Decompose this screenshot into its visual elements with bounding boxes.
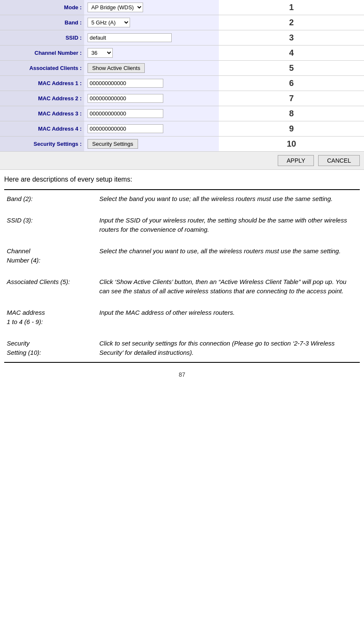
desc-def-band: Select the band you want to use; all the… [97, 190, 360, 208]
desc-intro: Here are descriptions of every setup ite… [4, 176, 360, 183]
ssid-label: SSID : [0, 30, 84, 46]
settings-table: Mode : AP Bridge (WDS) AP Client WDS 1 B… [0, 0, 364, 170]
mac4-label: MAC Address 4 : [0, 121, 84, 137]
desc-term-ssid: SSID (3): [4, 208, 97, 239]
table-row: Security Settings : Security Settings 10 [0, 137, 364, 152]
mac3-input[interactable] [88, 109, 163, 118]
desc-row-associated: Associated Clients (5): Click ‘Show Acti… [4, 270, 360, 300]
mac3-input-cell [84, 106, 219, 121]
desc-table: Band (2): Select the band you want to us… [4, 189, 360, 363]
row-num-2: 2 [219, 15, 364, 30]
row-num-10: 10 [219, 137, 364, 152]
security-settings-label: Security Settings : [0, 137, 84, 152]
row-num-3: 3 [219, 30, 364, 46]
desc-term-security: SecuritySetting (10): [4, 331, 97, 362]
mac1-input[interactable] [88, 79, 163, 88]
table-row: Associated Clients : Show Active Clients… [0, 61, 364, 76]
table-row: SSID : 3 [0, 30, 364, 46]
row-num-1: 1 [219, 0, 364, 15]
mac1-label: MAC Address 1 : [0, 76, 84, 91]
security-settings-button[interactable]: Security Settings [88, 139, 138, 149]
desc-row-channel: ChannelNumber (4): Select the channel yo… [4, 239, 360, 270]
desc-def-associated: Click ‘Show Active Clients’ button, then… [97, 270, 360, 300]
ssid-input-cell [84, 30, 219, 46]
desc-def-ssid: Input the SSID of your wireless router, … [97, 208, 360, 239]
desc-term-mac: MAC address1 to 4 (6 - 9): [4, 300, 97, 331]
desc-def-channel: Select the channel you want to use, all … [97, 239, 360, 270]
channel-select[interactable]: 36 40 44 48 [88, 48, 113, 58]
mac2-input[interactable] [88, 94, 163, 103]
row-num-6: 6 [219, 76, 364, 91]
mac2-input-cell [84, 91, 219, 106]
desc-term-band: Band (2): [4, 190, 97, 208]
desc-row-security: SecuritySetting (10): Click to set secur… [4, 331, 360, 362]
apply-button[interactable]: APPLY [278, 155, 314, 166]
associated-clients-label: Associated Clients : [0, 61, 84, 76]
mode-label: Mode : [0, 0, 84, 15]
table-row: MAC Address 3 : 8 [0, 106, 364, 121]
band-label: Band : [0, 15, 84, 30]
cancel-button[interactable]: CANCEL [318, 155, 360, 166]
table-row: Channel Number : 36 40 44 48 4 [0, 46, 364, 61]
table-row: MAC Address 2 : 7 [0, 91, 364, 106]
description-section: Here are descriptions of every setup ite… [0, 170, 364, 363]
row-num-8: 8 [219, 106, 364, 121]
associated-clients-cell: Show Active Clients [84, 61, 219, 76]
row-num-4: 4 [219, 46, 364, 61]
band-input-cell: 5 GHz (A) 2.4 GHz (B) 2.4 GHz (G) [84, 15, 219, 30]
desc-row-band: Band (2): Select the band you want to us… [4, 190, 360, 208]
desc-def-security: Click to set security settings for this … [97, 331, 360, 362]
row-num-5: 5 [219, 61, 364, 76]
page-number: 87 [0, 371, 364, 378]
channel-label: Channel Number : [0, 46, 84, 61]
desc-row-ssid: SSID (3): Input the SSID of your wireles… [4, 208, 360, 239]
mac4-input-cell [84, 121, 219, 137]
mac3-label: MAC Address 3 : [0, 106, 84, 121]
mac4-input[interactable] [88, 124, 163, 133]
band-select[interactable]: 5 GHz (A) 2.4 GHz (B) 2.4 GHz (G) [88, 18, 130, 27]
row-num-9: 9 [219, 121, 364, 137]
desc-term-channel: ChannelNumber (4): [4, 239, 97, 270]
show-active-clients-button[interactable]: Show Active Clients [88, 63, 145, 73]
ssid-input[interactable] [88, 33, 172, 42]
channel-input-cell: 36 40 44 48 [84, 46, 219, 61]
mac2-label: MAC Address 2 : [0, 91, 84, 106]
security-settings-cell: Security Settings [84, 137, 219, 152]
mode-input-cell: AP Bridge (WDS) AP Client WDS [84, 0, 219, 15]
table-row: MAC Address 4 : 9 [0, 121, 364, 137]
row-num-7: 7 [219, 91, 364, 106]
action-row: APPLY CANCEL [0, 152, 364, 170]
desc-def-mac: Input the MAC address of other wireless … [97, 300, 360, 331]
table-row: MAC Address 1 : 6 [0, 76, 364, 91]
table-row: Mode : AP Bridge (WDS) AP Client WDS 1 [0, 0, 364, 15]
mode-select[interactable]: AP Bridge (WDS) AP Client WDS [88, 3, 143, 12]
desc-term-associated: Associated Clients (5): [4, 270, 97, 300]
table-row: Band : 5 GHz (A) 2.4 GHz (B) 2.4 GHz (G)… [0, 15, 364, 30]
desc-row-mac: MAC address1 to 4 (6 - 9): Input the MAC… [4, 300, 360, 331]
mac1-input-cell [84, 76, 219, 91]
